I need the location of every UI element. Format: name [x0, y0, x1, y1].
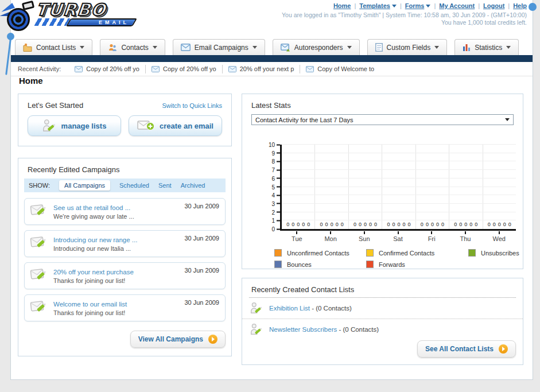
h-gridline	[282, 195, 516, 195]
chart-legend: Unconfirmed ContactsConfirmed ContactsUn…	[274, 249, 516, 268]
recent-campaigns-panel: Recently Edited Campaigns SHOW: All Camp…	[18, 158, 232, 356]
contact-list-link[interactable]: Newsletter Subscribers	[269, 326, 337, 333]
logo-title: TURBO	[35, 1, 135, 19]
data-value-label: 0	[454, 222, 457, 227]
x-tick-label: Thu	[449, 231, 483, 242]
legend-swatch	[274, 261, 282, 268]
person-pencil-icon	[250, 323, 263, 336]
divider: |	[478, 2, 480, 9]
recent-activity-item[interactable]: 20% off your next p	[223, 65, 301, 73]
tab-contacts[interactable]: Contacts	[100, 39, 165, 55]
chart-group: 00000	[348, 145, 382, 229]
tab-autoresponders[interactable]: Autoresponders	[273, 39, 360, 55]
manage-lists-button[interactable]: manage lists	[28, 115, 121, 136]
campaign-title-link[interactable]: Introducing our new range ...	[53, 236, 137, 243]
data-value-label: 0	[364, 222, 367, 227]
latest-stats-title: Latest Stats	[242, 94, 523, 113]
x-tick-label: Mon	[314, 231, 348, 242]
login-info: You are logged in as "Timothy Smith" | S…	[282, 11, 527, 26]
y-tick-label: 6	[271, 175, 280, 181]
h-gridline	[282, 178, 516, 178]
filter-all-campaigns[interactable]: All Campaigns	[59, 180, 110, 191]
data-value-label: 0	[331, 222, 333, 227]
recent-activity-bar: Recent Activity: Copy of 20% off yo Copy…	[11, 62, 533, 76]
legend-item: Confirmed Contacts	[366, 249, 468, 257]
person-pencil-icon	[250, 301, 263, 315]
campaign-title-link[interactable]: Welcome to our email list	[53, 301, 127, 308]
campaign-title-link[interactable]: 20% off your next purchase	[53, 269, 134, 275]
chevron-down-icon	[505, 118, 510, 121]
x-tick-label: Tue	[280, 231, 314, 242]
filter-sent[interactable]: Sent	[158, 182, 172, 189]
campaign-date: 30 Jun 2009	[184, 235, 219, 253]
contact-list-count: - (0 Contacts)	[312, 305, 352, 312]
campaign-title-link[interactable]: See us at the retail food ...	[53, 204, 130, 211]
divider: |	[434, 2, 436, 9]
chart-y-axis: 012345678910	[257, 145, 280, 229]
x-tick-label: Wed	[482, 231, 516, 242]
h-gridline	[282, 153, 516, 153]
legend-item: Unconfirmed Contacts	[274, 249, 366, 257]
nav-link-forms[interactable]: Forms	[405, 2, 431, 9]
filter-scheduled[interactable]: Scheduled	[119, 182, 149, 189]
y-tick-label: 10	[269, 142, 280, 148]
filter-archived[interactable]: Archived	[181, 182, 205, 189]
recent-activity-item[interactable]: Copy of 20% off yo	[69, 65, 146, 73]
show-label: SHOW:	[29, 182, 50, 189]
arrow-right-icon	[499, 344, 508, 354]
chart-group: 00000	[282, 145, 314, 229]
header-nav: Home| Templates| Forms| My Account| Logo…	[333, 2, 527, 9]
data-value-label: 0	[508, 222, 511, 227]
legend-item: Unsubscribes	[468, 249, 519, 257]
recent-activity-label: Recent Activity:	[18, 65, 61, 72]
help-badge-icon[interactable]	[529, 3, 537, 11]
legend-label: Forwards	[379, 261, 405, 268]
tab-custom-fields[interactable]: Custom Fields	[367, 39, 448, 55]
chart-group: 00000	[314, 145, 348, 229]
data-value-label: 0	[359, 222, 362, 227]
see-all-contact-lists-button[interactable]: See All Contact Lists	[417, 340, 516, 358]
contacts-icon	[108, 43, 117, 52]
y-tick-label: 1	[271, 218, 280, 224]
x-tick-mark	[330, 231, 331, 234]
recent-activity-item[interactable]: Copy of Welcome to	[300, 65, 380, 73]
divider: |	[400, 2, 402, 9]
x-tick-mark	[465, 231, 466, 234]
data-value-label: 0	[402, 222, 405, 227]
create-email-button[interactable]: create an email	[129, 115, 222, 136]
contact-list-link[interactable]: Exhibition List	[269, 305, 310, 312]
data-value-label: 0	[436, 222, 439, 227]
nav-link-logout[interactable]: Logout	[483, 2, 504, 9]
data-value-label: 0	[307, 222, 310, 227]
y-tick-label: 0	[271, 226, 280, 232]
view-all-campaigns-button[interactable]: View All Campaigns	[130, 331, 226, 348]
selected-option: Contact Activity for the Last 7 Days	[255, 117, 353, 123]
data-value-label: 0	[302, 222, 305, 227]
tab-statistics[interactable]: Statistics	[454, 39, 519, 55]
data-value-labels: 00000	[349, 222, 382, 227]
button-label: View All Campaigns	[138, 335, 203, 343]
chart-group: 00000	[382, 145, 415, 229]
tab-label: Contacts	[121, 44, 148, 52]
nav-link-home[interactable]: Home	[333, 2, 351, 9]
tab-email-campaigns[interactable]: Email Campaigns	[173, 39, 265, 55]
data-value-label: 0	[392, 222, 395, 227]
tab-label: Autoresponders	[294, 44, 343, 52]
nav-link-templates[interactable]: Templates	[359, 2, 397, 9]
switch-quick-links[interactable]: Switch to Quick Links	[162, 102, 222, 109]
latest-stats-panel: Latest Stats Contact Activity for the La…	[242, 94, 523, 269]
data-value-label: 0	[464, 222, 467, 227]
envelope-pencil-icon	[30, 235, 48, 250]
envelope-pencil-icon	[30, 267, 48, 282]
get-started-title: Let's Get Started	[28, 101, 83, 110]
recent-activity-item[interactable]: Copy of 20% off yo	[146, 65, 223, 73]
data-value-label: 0	[503, 222, 506, 227]
data-value-label: 0	[459, 222, 462, 227]
campaign-row: Welcome to our email list Thanks for joi…	[24, 294, 226, 321]
tab-contact-lists[interactable]: Contact Lists	[15, 39, 92, 55]
envelope-plus-icon	[137, 119, 154, 132]
stats-period-select[interactable]: Contact Activity for the Last 7 Days	[251, 114, 514, 125]
data-value-label: 0	[426, 222, 429, 227]
nav-link-help[interactable]: Help	[513, 2, 527, 9]
nav-link-my-account[interactable]: My Account	[439, 2, 475, 9]
